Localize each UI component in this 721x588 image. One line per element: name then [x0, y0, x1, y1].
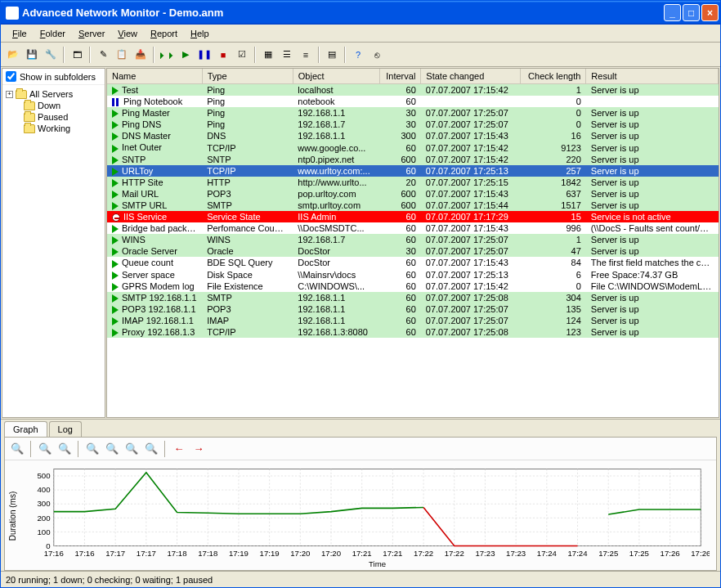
table-row[interactable]: URLToyTCP/IPwww.urltoy.com:...6007.07.20… — [107, 165, 719, 177]
graph-toolbar: 🔍 🔍 🔍 🔍 🔍 🔍 🔍 ← → — [5, 438, 716, 460]
menu-help[interactable]: Help — [184, 27, 216, 40]
table-row[interactable]: Bridge bad packetsPerfomance Counter\\Do… — [107, 222, 719, 234]
view-details-icon[interactable]: ▤ — [323, 46, 341, 64]
zoom-in-icon[interactable]: 🔍 — [56, 440, 74, 458]
col-object[interactable]: Object — [293, 69, 379, 84]
tab-log[interactable]: Log — [49, 421, 82, 437]
new-window-icon[interactable]: 🗔 — [68, 46, 86, 64]
table-row[interactable]: SNTPSNTPntp0.pipex.net60007.07.2007 17:1… — [107, 154, 719, 165]
table-row[interactable]: TestPinglocalhost6007.07.2007 17:15:421S… — [107, 84, 719, 97]
play-icon — [112, 202, 119, 210]
main-area: Show in subfolders +All ServersDownPause… — [1, 67, 720, 420]
expander-icon[interactable]: + — [6, 91, 13, 98]
zoom-y-out-icon[interactable]: 🔍 — [123, 440, 141, 458]
play-icon — [112, 121, 119, 129]
svg-text:17:26: 17:26 — [661, 549, 680, 558]
table-row[interactable]: Oracle ServerOracleDocStor3007.07.2007 1… — [107, 245, 719, 257]
menu-file[interactable]: File — [6, 27, 34, 40]
svg-text:17:21: 17:21 — [352, 549, 372, 558]
view-large-icon[interactable]: ▦ — [259, 46, 277, 64]
sidebar: Show in subfolders +All ServersDownPause… — [2, 68, 105, 418]
table-row[interactable]: IIS ServiceService StateIIS Admin6007.07… — [107, 211, 719, 222]
tree-label: All Servers — [29, 89, 73, 99]
table-row[interactable]: Ping MasterPing192.168.1.13007.07.2007 1… — [107, 107, 719, 119]
menu-view[interactable]: View — [111, 27, 144, 40]
table-row[interactable]: GPRS Modem logFile ExistenceC:\WINDOWS\.… — [107, 281, 719, 292]
play-icon[interactable]: ▶ — [177, 46, 195, 64]
separator — [63, 47, 65, 63]
chart[interactable]: 010020030040050017:1617:1617:1717:1717:1… — [19, 464, 710, 568]
menu-folder[interactable]: Folder — [34, 27, 72, 40]
options-icon[interactable]: 🔧 — [42, 46, 60, 64]
table-row[interactable]: Ping DNSPing192.168.1.73007.07.2007 17:2… — [107, 119, 719, 130]
zoom-icon[interactable]: 🔍 — [8, 440, 26, 458]
server-grid[interactable]: NameTypeObjectIntervalState changedCheck… — [106, 68, 719, 418]
help-icon[interactable]: ? — [349, 46, 367, 64]
svg-text:17:23: 17:23 — [475, 549, 495, 558]
svg-text:17:25: 17:25 — [629, 549, 649, 558]
play-icon — [112, 248, 119, 256]
play-all-icon[interactable]: ⏵⏵ — [158, 46, 176, 64]
table-row[interactable]: SMTP URLSMTPsmtp.urltoy.com60007.07.2007… — [107, 200, 719, 211]
folder-icon — [24, 101, 35, 110]
pause-icon[interactable]: ❚❚ — [195, 46, 213, 64]
col-check-length[interactable]: Check length — [520, 69, 586, 84]
edit-icon[interactable]: ✎ — [94, 46, 112, 64]
table-row[interactable]: Queue countBDE SQL QueryDocStor6007.07.2… — [107, 257, 719, 268]
close-button[interactable]: × — [701, 4, 719, 21]
col-type[interactable]: Type — [202, 69, 293, 84]
copy-icon[interactable]: 📋 — [113, 46, 131, 64]
table-row[interactable]: IMAP 192.168.1.1IMAP192.168.1.16007.07.2… — [107, 315, 719, 326]
show-subfolders-toggle[interactable]: Show in subfolders — [2, 69, 105, 85]
zoom-x-out-icon[interactable]: 🔍 — [83, 440, 101, 458]
maximize-button[interactable]: □ — [683, 4, 700, 21]
table-row[interactable]: SMTP 192.168.1.1SMTP192.168.1.16007.07.2… — [107, 292, 719, 303]
subfolders-checkbox[interactable] — [6, 71, 16, 82]
table-row[interactable]: HTTP SiteHTTPhttp://www.urlto...2007.07.… — [107, 177, 719, 188]
svg-text:17:17: 17:17 — [105, 549, 125, 558]
tab-graph[interactable]: Graph — [4, 421, 47, 437]
view-small-icon[interactable]: ☰ — [278, 46, 296, 64]
svg-text:17:22: 17:22 — [414, 549, 433, 558]
svg-text:17:17: 17:17 — [137, 549, 156, 558]
tree-node-paused[interactable]: Paused — [4, 111, 103, 123]
scroll-right-icon[interactable]: → — [190, 440, 208, 458]
table-row[interactable]: Proxy 192.168.1.3TCP/IP192.168.1.3:80806… — [107, 326, 719, 338]
minimize-button[interactable]: _ — [664, 4, 681, 21]
col-state-changed[interactable]: State changed — [421, 69, 520, 84]
play-icon — [112, 283, 119, 291]
col-interval[interactable]: Interval — [379, 69, 421, 84]
table-row[interactable]: POP3 192.168.1.1POP3192.168.1.16007.07.2… — [107, 303, 719, 315]
play-icon — [112, 317, 119, 325]
import-icon[interactable]: 📥 — [132, 46, 150, 64]
svg-rect-0 — [54, 469, 701, 545]
menu-report[interactable]: Report — [144, 27, 184, 40]
scroll-left-icon[interactable]: ← — [170, 440, 188, 458]
table-row[interactable]: DNS MasterDNS192.168.1.130007.07.2007 17… — [107, 130, 719, 141]
menu-server[interactable]: Server — [72, 27, 111, 40]
tree-node-working[interactable]: Working — [4, 123, 103, 134]
titlebar[interactable]: Advanced Network Monitor - Demo.anm _ □ … — [1, 1, 720, 25]
col-name[interactable]: Name — [107, 69, 202, 84]
stop-icon[interactable]: ■ — [214, 46, 232, 64]
table-row[interactable]: WINSWINS192.168.1.76007.07.2007 17:25:07… — [107, 234, 719, 245]
open-icon[interactable]: 📂 — [4, 46, 22, 64]
tree-node-down[interactable]: Down — [4, 100, 103, 111]
chart-wrap: Duration (ms) 010020030040050017:1617:16… — [5, 460, 716, 570]
table-row[interactable]: Inet OuterTCP/IPwww.google.co...6007.07.… — [107, 141, 719, 153]
zoom-out-icon[interactable]: 🔍 — [36, 440, 54, 458]
table-row[interactable]: Server spaceDisk Space\\Mainsrv\docs6007… — [107, 269, 719, 281]
check-icon[interactable]: ☑ — [233, 46, 251, 64]
zoom-x-in-icon[interactable]: 🔍 — [103, 440, 121, 458]
table-row[interactable]: Mail URLPOP3pop.urltoy.com60007.07.2007 … — [107, 188, 719, 200]
col-result[interactable]: Result — [586, 69, 719, 84]
statusbar: 20 running; 1 down; 0 checking; 0 waitin… — [1, 571, 720, 587]
separator — [30, 441, 32, 457]
exit-icon[interactable]: ⎋ — [368, 46, 386, 64]
folder-icon — [16, 90, 27, 99]
view-list-icon[interactable]: ≡ — [297, 46, 315, 64]
save-icon[interactable]: 💾 — [23, 46, 41, 64]
tree-node-all-servers[interactable]: +All Servers — [4, 88, 103, 100]
table-row[interactable]: Ping NotebookPingnotebook600 — [107, 96, 719, 107]
zoom-y-in-icon[interactable]: 🔍 — [142, 440, 160, 458]
